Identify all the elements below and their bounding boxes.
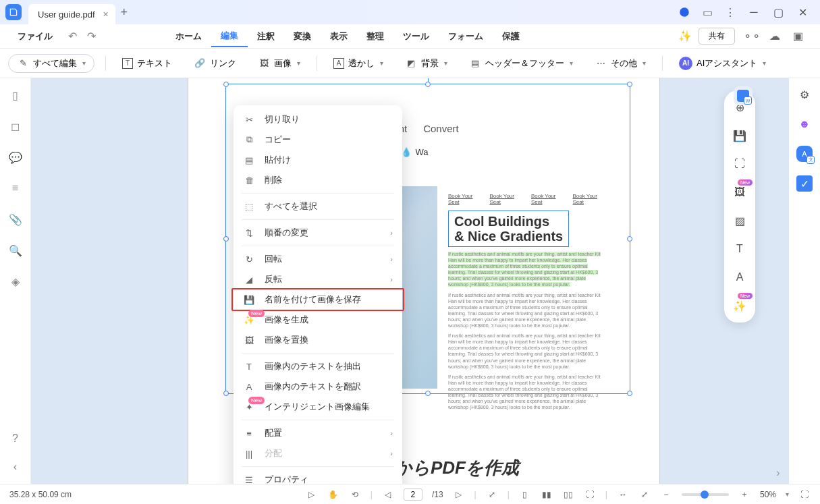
resize-b[interactable] [425,391,431,396]
zoom-out-icon[interactable]: − [660,488,672,501]
context-menu-item-17[interactable]: ✦Newインテリジェント画像編集 [234,397,402,417]
cloud-icon[interactable] [676,4,692,20]
save-tool-icon[interactable]: 💾 [732,128,747,143]
replace-image-icon[interactable]: ▨ [732,213,747,228]
nav-right[interactable]: › [770,465,786,481]
menu-convert[interactable]: 変換 [284,26,321,47]
context-menu-item-9[interactable]: ↻回転› [234,249,402,269]
edit-all-button[interactable]: ✎ すべて編集▾ [8,54,94,73]
context-menu-item-10[interactable]: ◢反転› [234,269,402,289]
context-menu-item-7[interactable]: ⇅順番の変更› [234,223,402,243]
comment-icon[interactable]: ▭ [699,4,715,20]
more-menu-icon[interactable]: ⋮ [722,4,738,20]
fit-width-icon[interactable]: ↔ [617,488,629,501]
comments-panel-icon[interactable]: 💬 [8,150,23,165]
context-menu-item-19[interactable]: ≡配置› [234,423,402,443]
jump-icon[interactable]: ⤢ [486,488,498,501]
undo-button[interactable]: ↶ [65,29,80,44]
translate-image-icon[interactable]: A [732,270,747,285]
context-menu-item-12[interactable]: ✨New画像を生成 [234,310,402,330]
resize-l[interactable] [223,236,229,242]
zoom-in-icon[interactable]: + [738,488,750,501]
lines-icon[interactable]: ≡ [8,181,23,196]
file-menu[interactable]: ファイル [11,30,59,43]
context-menu-item-3[interactable]: 🗑削除 [234,170,402,190]
context-menu-item-2[interactable]: ▤貼付け [234,150,402,170]
translate-badge-icon[interactable]: A文 [796,146,813,162]
help-icon[interactable]: ? [8,431,23,446]
menu-view[interactable]: 表示 [321,26,357,47]
prev-page-icon[interactable]: ◁ [382,488,394,501]
cursor-mode-icon[interactable]: ▷ [306,488,318,501]
link-tool[interactable]: 🔗リンク [188,54,242,73]
menu-protect[interactable]: 保護 [493,26,529,47]
zoom-slider[interactable] [682,493,729,496]
check-badge-icon[interactable]: ✓ [796,175,813,192]
header-footer-tool[interactable]: ▤ヘッダー＆フッター▾ [464,54,578,73]
context-menu-item-15[interactable]: T画像内のテキストを抽出 [234,356,402,376]
settings-sliders-icon[interactable]: ⚙ [796,86,813,103]
image-tool[interactable]: 🖼画像▾ [252,54,306,73]
background-tool[interactable]: ◩背景▾ [400,54,453,73]
resize-br[interactable] [627,391,632,396]
misc-icon[interactable]: ⟲ [349,488,361,501]
expand-icon[interactable]: ⛶ [798,488,811,501]
minimize-button[interactable]: ─ [742,2,766,22]
menu-tools[interactable]: ツール [393,26,439,47]
smart-edit-icon[interactable]: ✨New [732,298,747,313]
context-menu-item-0[interactable]: ✂切り取り [234,109,402,130]
ocr-text-icon[interactable]: T [732,242,747,256]
share-cluster-icon[interactable]: ⚬⚬ [744,28,760,45]
maximize-button[interactable]: ▢ [766,2,790,22]
resize-bl[interactable] [223,391,229,396]
resize-t[interactable] [425,82,431,87]
two-page-icon[interactable]: ▯▯ [562,488,574,501]
menu-edit[interactable]: 編集 [211,26,248,47]
context-menu-item-16[interactable]: A画像内のテキストを翻訳 [234,376,402,397]
thumbnails-icon[interactable]: ▯ [8,88,23,103]
continuous-icon[interactable]: ▮▮ [541,488,553,501]
resize-tr[interactable] [627,82,632,87]
menu-form[interactable]: フォーム [439,26,493,47]
next-page-icon[interactable]: ▷ [453,488,465,501]
more-tool[interactable]: ⋯その他▾ [589,54,651,73]
sync-icon[interactable]: ▣ [790,28,806,45]
canvas[interactable]: Home Edit Comment Convert 🖼Add Image 🔗Ad… [31,78,789,484]
bookmarks-icon[interactable]: ◻ [8,119,23,134]
resize-r[interactable] [627,236,632,242]
new-tab-button[interactable]: + [121,5,128,20]
fullscreen-icon[interactable]: ⤢ [638,488,651,501]
menu-comment[interactable]: 注釈 [248,26,284,47]
menu-home[interactable]: ホーム [166,26,211,47]
menu-organize[interactable]: 整理 [357,26,393,47]
collapse-left-icon[interactable]: ‹ [8,459,23,474]
search-icon[interactable]: 🔍 [8,243,23,258]
context-menu-item-1[interactable]: ⧉コピー [234,130,402,150]
single-page-icon[interactable]: ▯ [519,488,531,501]
close-button[interactable]: ✕ [790,2,815,22]
tab-close-icon[interactable]: × [103,9,108,20]
share-button[interactable]: 共有 [699,28,735,45]
ai-chat-icon[interactable]: ☻ [796,116,813,132]
ai-assistant-tool[interactable]: AIAIアシスタント▾ [674,53,771,74]
resize-tl[interactable] [223,82,229,87]
context-menu-item-5[interactable]: ⬚すべてを選択 [234,196,402,217]
attachments-icon[interactable]: 📎 [8,212,23,227]
redo-button[interactable]: ↷ [84,29,99,44]
zoom-thumb[interactable] [701,491,709,499]
text-tool[interactable]: Tテキスト [117,54,177,73]
context-menu-item-11[interactable]: 💾名前を付けて画像を保存 [234,289,402,310]
edit-image-icon[interactable]: 🖼New [732,185,747,200]
floating-word-badge[interactable]: W [734,86,753,105]
read-mode-icon[interactable]: ⛶ [584,488,596,501]
crop-tool-icon[interactable]: ⛶ [732,157,747,171]
page-number-input[interactable] [404,488,422,501]
cloud-upload-icon[interactable]: ☁ [767,28,783,45]
layers-icon[interactable]: ◈ [8,274,23,289]
hand-mode-icon[interactable]: ✋ [327,488,339,501]
context-menu-item-22[interactable]: ☰プロパティ [234,470,402,484]
watermark-tool[interactable]: A透かし▾ [328,54,389,73]
context-menu-item-13[interactable]: 🖼画像を置換 [234,330,402,350]
lightbulb-icon[interactable]: ✨ [678,30,692,43]
document-tab[interactable]: User guide.pdf × [28,4,115,24]
